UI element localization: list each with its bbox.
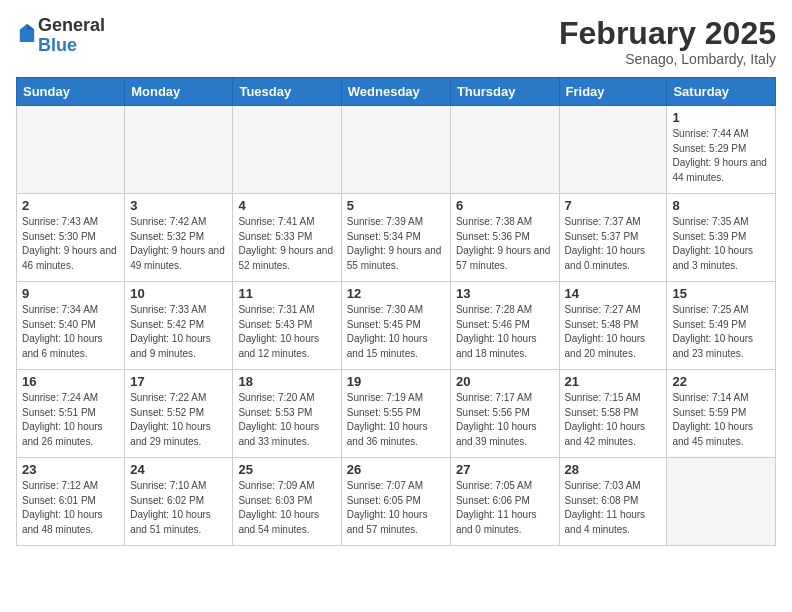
day-number: 6 bbox=[456, 198, 554, 213]
day-info: Sunrise: 7:14 AM Sunset: 5:59 PM Dayligh… bbox=[672, 391, 770, 449]
day-number: 24 bbox=[130, 462, 227, 477]
col-header-saturday: Saturday bbox=[667, 78, 776, 106]
day-info: Sunrise: 7:09 AM Sunset: 6:03 PM Dayligh… bbox=[238, 479, 335, 537]
day-number: 3 bbox=[130, 198, 227, 213]
calendar-week-row: 2Sunrise: 7:43 AM Sunset: 5:30 PM Daylig… bbox=[17, 194, 776, 282]
col-header-thursday: Thursday bbox=[450, 78, 559, 106]
svg-marker-1 bbox=[27, 24, 34, 29]
calendar-week-row: 23Sunrise: 7:12 AM Sunset: 6:01 PM Dayli… bbox=[17, 458, 776, 546]
col-header-monday: Monday bbox=[125, 78, 233, 106]
day-info: Sunrise: 7:05 AM Sunset: 6:06 PM Dayligh… bbox=[456, 479, 554, 537]
day-info: Sunrise: 7:19 AM Sunset: 5:55 PM Dayligh… bbox=[347, 391, 445, 449]
day-number: 23 bbox=[22, 462, 119, 477]
day-info: Sunrise: 7:31 AM Sunset: 5:43 PM Dayligh… bbox=[238, 303, 335, 361]
day-number: 21 bbox=[565, 374, 662, 389]
calendar-cell: 10Sunrise: 7:33 AM Sunset: 5:42 PM Dayli… bbox=[125, 282, 233, 370]
day-number: 12 bbox=[347, 286, 445, 301]
calendar-table: SundayMondayTuesdayWednesdayThursdayFrid… bbox=[16, 77, 776, 546]
day-info: Sunrise: 7:38 AM Sunset: 5:36 PM Dayligh… bbox=[456, 215, 554, 273]
calendar-cell bbox=[450, 106, 559, 194]
calendar-cell: 23Sunrise: 7:12 AM Sunset: 6:01 PM Dayli… bbox=[17, 458, 125, 546]
calendar-cell bbox=[559, 106, 667, 194]
col-header-friday: Friday bbox=[559, 78, 667, 106]
day-number: 2 bbox=[22, 198, 119, 213]
day-number: 11 bbox=[238, 286, 335, 301]
day-info: Sunrise: 7:43 AM Sunset: 5:30 PM Dayligh… bbox=[22, 215, 119, 273]
day-info: Sunrise: 7:12 AM Sunset: 6:01 PM Dayligh… bbox=[22, 479, 119, 537]
calendar-cell: 2Sunrise: 7:43 AM Sunset: 5:30 PM Daylig… bbox=[17, 194, 125, 282]
calendar-cell: 14Sunrise: 7:27 AM Sunset: 5:48 PM Dayli… bbox=[559, 282, 667, 370]
page-header: General Blue February 2025 Senago, Lomba… bbox=[16, 16, 776, 67]
calendar-cell: 28Sunrise: 7:03 AM Sunset: 6:08 PM Dayli… bbox=[559, 458, 667, 546]
calendar-cell: 7Sunrise: 7:37 AM Sunset: 5:37 PM Daylig… bbox=[559, 194, 667, 282]
calendar-cell bbox=[667, 458, 776, 546]
calendar-cell: 18Sunrise: 7:20 AM Sunset: 5:53 PM Dayli… bbox=[233, 370, 341, 458]
calendar-cell: 3Sunrise: 7:42 AM Sunset: 5:32 PM Daylig… bbox=[125, 194, 233, 282]
calendar-cell bbox=[233, 106, 341, 194]
day-number: 8 bbox=[672, 198, 770, 213]
day-number: 5 bbox=[347, 198, 445, 213]
day-number: 9 bbox=[22, 286, 119, 301]
day-number: 10 bbox=[130, 286, 227, 301]
title-block: February 2025 Senago, Lombardy, Italy bbox=[559, 16, 776, 67]
day-number: 22 bbox=[672, 374, 770, 389]
location-subtitle: Senago, Lombardy, Italy bbox=[559, 51, 776, 67]
day-info: Sunrise: 7:37 AM Sunset: 5:37 PM Dayligh… bbox=[565, 215, 662, 273]
day-number: 20 bbox=[456, 374, 554, 389]
day-info: Sunrise: 7:22 AM Sunset: 5:52 PM Dayligh… bbox=[130, 391, 227, 449]
day-number: 7 bbox=[565, 198, 662, 213]
calendar-cell: 1Sunrise: 7:44 AM Sunset: 5:29 PM Daylig… bbox=[667, 106, 776, 194]
day-info: Sunrise: 7:10 AM Sunset: 6:02 PM Dayligh… bbox=[130, 479, 227, 537]
day-info: Sunrise: 7:15 AM Sunset: 5:58 PM Dayligh… bbox=[565, 391, 662, 449]
logo: General Blue bbox=[16, 16, 105, 56]
day-number: 18 bbox=[238, 374, 335, 389]
calendar-cell: 25Sunrise: 7:09 AM Sunset: 6:03 PM Dayli… bbox=[233, 458, 341, 546]
day-info: Sunrise: 7:34 AM Sunset: 5:40 PM Dayligh… bbox=[22, 303, 119, 361]
calendar-cell: 27Sunrise: 7:05 AM Sunset: 6:06 PM Dayli… bbox=[450, 458, 559, 546]
calendar-week-row: 1Sunrise: 7:44 AM Sunset: 5:29 PM Daylig… bbox=[17, 106, 776, 194]
calendar-cell bbox=[125, 106, 233, 194]
col-header-sunday: Sunday bbox=[17, 78, 125, 106]
day-number: 26 bbox=[347, 462, 445, 477]
day-info: Sunrise: 7:33 AM Sunset: 5:42 PM Dayligh… bbox=[130, 303, 227, 361]
day-number: 14 bbox=[565, 286, 662, 301]
calendar-cell: 24Sunrise: 7:10 AM Sunset: 6:02 PM Dayli… bbox=[125, 458, 233, 546]
day-number: 15 bbox=[672, 286, 770, 301]
col-header-tuesday: Tuesday bbox=[233, 78, 341, 106]
calendar-cell: 17Sunrise: 7:22 AM Sunset: 5:52 PM Dayli… bbox=[125, 370, 233, 458]
calendar-cell: 26Sunrise: 7:07 AM Sunset: 6:05 PM Dayli… bbox=[341, 458, 450, 546]
logo-icon bbox=[18, 22, 36, 44]
calendar-cell: 12Sunrise: 7:30 AM Sunset: 5:45 PM Dayli… bbox=[341, 282, 450, 370]
day-number: 1 bbox=[672, 110, 770, 125]
day-info: Sunrise: 7:25 AM Sunset: 5:49 PM Dayligh… bbox=[672, 303, 770, 361]
day-info: Sunrise: 7:28 AM Sunset: 5:46 PM Dayligh… bbox=[456, 303, 554, 361]
calendar-cell: 6Sunrise: 7:38 AM Sunset: 5:36 PM Daylig… bbox=[450, 194, 559, 282]
day-number: 4 bbox=[238, 198, 335, 213]
logo-blue-text: Blue bbox=[38, 35, 77, 55]
day-info: Sunrise: 7:27 AM Sunset: 5:48 PM Dayligh… bbox=[565, 303, 662, 361]
day-number: 13 bbox=[456, 286, 554, 301]
calendar-cell: 4Sunrise: 7:41 AM Sunset: 5:33 PM Daylig… bbox=[233, 194, 341, 282]
calendar-cell: 19Sunrise: 7:19 AM Sunset: 5:55 PM Dayli… bbox=[341, 370, 450, 458]
calendar-cell: 9Sunrise: 7:34 AM Sunset: 5:40 PM Daylig… bbox=[17, 282, 125, 370]
calendar-cell: 22Sunrise: 7:14 AM Sunset: 5:59 PM Dayli… bbox=[667, 370, 776, 458]
calendar-cell: 11Sunrise: 7:31 AM Sunset: 5:43 PM Dayli… bbox=[233, 282, 341, 370]
calendar-header-row: SundayMondayTuesdayWednesdayThursdayFrid… bbox=[17, 78, 776, 106]
month-year-title: February 2025 bbox=[559, 16, 776, 51]
day-info: Sunrise: 7:42 AM Sunset: 5:32 PM Dayligh… bbox=[130, 215, 227, 273]
day-info: Sunrise: 7:41 AM Sunset: 5:33 PM Dayligh… bbox=[238, 215, 335, 273]
calendar-cell: 20Sunrise: 7:17 AM Sunset: 5:56 PM Dayli… bbox=[450, 370, 559, 458]
calendar-cell: 16Sunrise: 7:24 AM Sunset: 5:51 PM Dayli… bbox=[17, 370, 125, 458]
day-number: 27 bbox=[456, 462, 554, 477]
day-info: Sunrise: 7:39 AM Sunset: 5:34 PM Dayligh… bbox=[347, 215, 445, 273]
day-info: Sunrise: 7:03 AM Sunset: 6:08 PM Dayligh… bbox=[565, 479, 662, 537]
calendar-week-row: 9Sunrise: 7:34 AM Sunset: 5:40 PM Daylig… bbox=[17, 282, 776, 370]
calendar-cell: 8Sunrise: 7:35 AM Sunset: 5:39 PM Daylig… bbox=[667, 194, 776, 282]
day-number: 17 bbox=[130, 374, 227, 389]
day-number: 28 bbox=[565, 462, 662, 477]
calendar-cell: 21Sunrise: 7:15 AM Sunset: 5:58 PM Dayli… bbox=[559, 370, 667, 458]
day-info: Sunrise: 7:07 AM Sunset: 6:05 PM Dayligh… bbox=[347, 479, 445, 537]
day-info: Sunrise: 7:20 AM Sunset: 5:53 PM Dayligh… bbox=[238, 391, 335, 449]
day-info: Sunrise: 7:44 AM Sunset: 5:29 PM Dayligh… bbox=[672, 127, 770, 185]
calendar-cell: 15Sunrise: 7:25 AM Sunset: 5:49 PM Dayli… bbox=[667, 282, 776, 370]
